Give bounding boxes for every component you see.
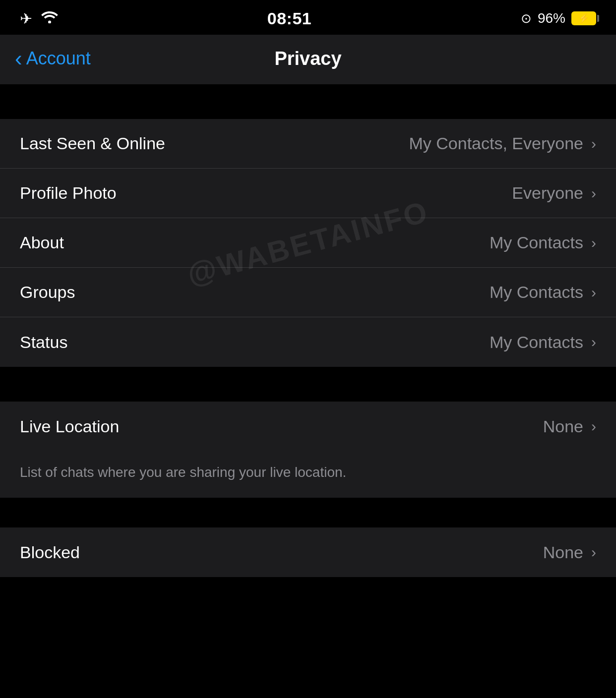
chevron-right-icon: › [591, 185, 596, 202]
profile-photo-value: Everyone › [512, 183, 596, 203]
live-location-value-text: None [543, 417, 583, 436]
chevron-right-icon: › [591, 234, 596, 251]
wifi-icon [41, 10, 58, 27]
blocked-value: None › [543, 543, 596, 562]
groups-value: My Contacts › [490, 283, 596, 302]
blocked-label: Blocked [20, 543, 543, 562]
live-location-label: Live Location [20, 417, 543, 436]
section-gap-1 [0, 84, 616, 119]
privacy-section-1: @WABETAINFO Last Seen & Online My Contac… [0, 119, 616, 367]
about-row[interactable]: About My Contacts › [0, 218, 616, 268]
chevron-right-icon: › [591, 418, 596, 435]
profile-photo-row[interactable]: Profile Photo Everyone › [0, 169, 616, 218]
last-seen-label: Last Seen & Online [20, 134, 409, 153]
blocked-value-text: None [543, 543, 583, 562]
airplane-icon: ✈ [20, 10, 32, 27]
section-gap-3 [0, 498, 616, 527]
chevron-right-icon: › [591, 544, 596, 561]
about-value-text: My Contacts [490, 233, 583, 252]
status-bar-time: 08:51 [267, 9, 311, 28]
live-location-footer-text: List of chats where you are sharing your… [20, 465, 346, 480]
about-label: About [20, 233, 490, 252]
back-button[interactable]: ‹ Account [15, 48, 91, 69]
nav-bar: ‹ Account Privacy [0, 35, 616, 84]
back-label: Account [26, 48, 91, 69]
about-value: My Contacts › [490, 233, 596, 252]
last-seen-value-text: My Contacts, Everyone [409, 134, 583, 153]
live-location-row[interactable]: Live Location None › [0, 402, 616, 451]
profile-photo-value-text: Everyone [512, 183, 583, 203]
status-row[interactable]: Status My Contacts › [0, 317, 616, 367]
groups-row[interactable]: Groups My Contacts › [0, 268, 616, 317]
blocked-row[interactable]: Blocked None › [0, 527, 616, 577]
groups-label: Groups [20, 283, 490, 302]
battery-icon: ⚡ [571, 11, 596, 25]
chevron-left-icon: ‹ [15, 48, 22, 69]
status-value: My Contacts › [490, 333, 596, 352]
status-value-text: My Contacts [490, 333, 583, 352]
chevron-right-icon: › [591, 135, 596, 152]
status-label: Status [20, 333, 490, 352]
chevron-right-icon: › [591, 334, 596, 350]
lock-icon: ⊙ [521, 11, 532, 26]
status-bar: ✈ 08:51 ⊙ 96% ⚡ [0, 0, 616, 35]
last-seen-row[interactable]: Last Seen & Online My Contacts, Everyone… [0, 119, 616, 169]
privacy-section-2: Live Location None › [0, 402, 616, 451]
status-bar-left: ✈ [20, 10, 58, 27]
last-seen-value: My Contacts, Everyone › [409, 134, 596, 153]
live-location-value: None › [543, 417, 596, 436]
status-bar-right: ⊙ 96% ⚡ [521, 10, 596, 26]
profile-photo-label: Profile Photo [20, 183, 512, 203]
chevron-right-icon: › [591, 284, 596, 301]
groups-value-text: My Contacts [490, 283, 583, 302]
section-gap-2 [0, 367, 616, 402]
page-title: Privacy [274, 48, 341, 69]
live-location-footer: List of chats where you are sharing your… [0, 451, 616, 498]
battery-percent: 96% [538, 10, 565, 26]
